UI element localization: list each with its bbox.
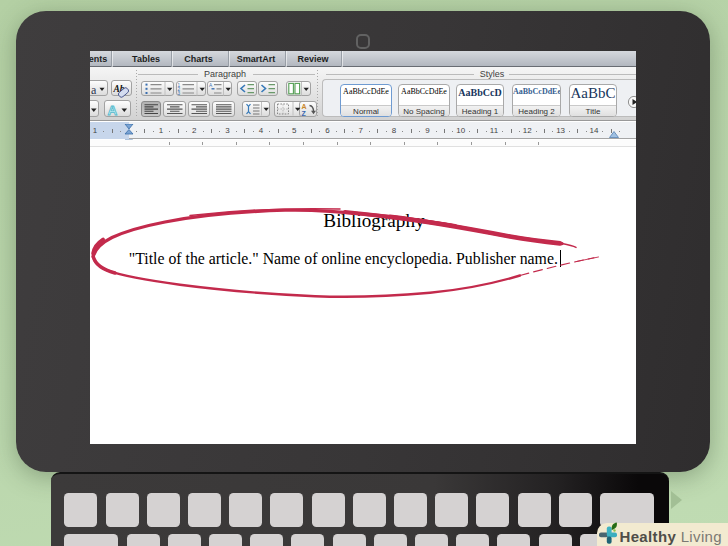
svg-text:A: A [302, 103, 307, 110]
svg-text:A: A [209, 82, 213, 87]
svg-text:a: a [91, 82, 97, 96]
svg-text:3: 3 [178, 91, 181, 96]
svg-text:A: A [108, 102, 118, 117]
svg-text:Z: Z [302, 110, 307, 117]
